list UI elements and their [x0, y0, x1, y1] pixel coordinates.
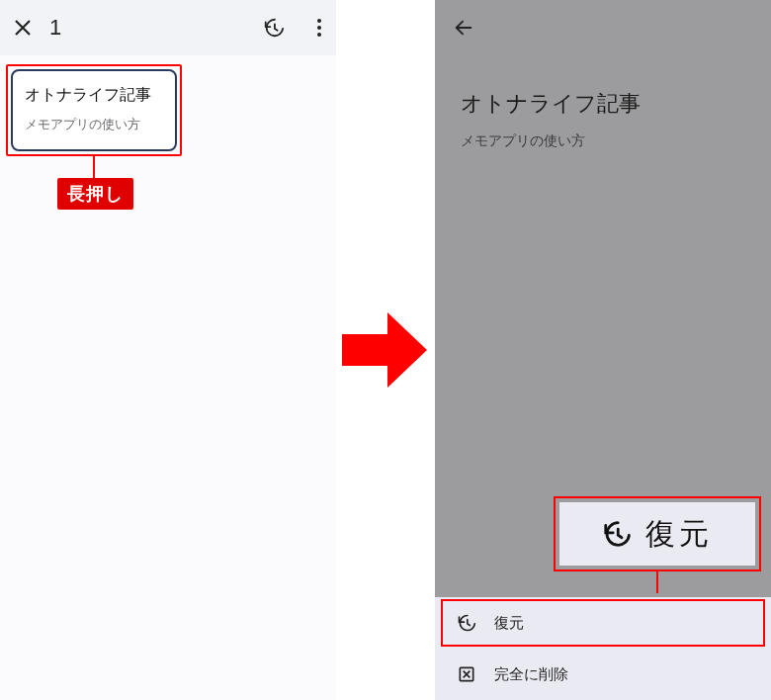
history-icon: [602, 519, 632, 549]
right-screen: オトナライフ記事 メモアプリの使い方 復元 復元 完全に削除: [435, 0, 771, 700]
note-card[interactable]: オトナライフ記事 メモアプリの使い方: [11, 69, 177, 151]
annotation-connector: [656, 571, 658, 593]
svg-point-2: [317, 33, 321, 37]
annotation-highlight-box: オトナライフ記事 メモアプリの使い方: [6, 64, 182, 156]
note-card-container: オトナライフ記事 メモアプリの使い方 長押し: [6, 64, 182, 210]
more-icon[interactable]: [316, 18, 322, 38]
note-body: メモアプリの使い方: [461, 132, 745, 150]
restore-callout-container: 復元: [554, 496, 761, 593]
svg-point-1: [317, 26, 321, 30]
note-card-body: メモアプリの使い方: [25, 116, 163, 133]
note-content: オトナライフ記事 メモアプリの使い方: [435, 55, 771, 150]
note-title: オトナライフ記事: [461, 89, 745, 119]
svg-point-0: [317, 19, 321, 23]
annotation-highlight-box: 復元: [554, 496, 761, 571]
selection-toolbar: 1: [0, 0, 336, 55]
svg-marker-3: [342, 312, 427, 388]
back-icon[interactable]: [453, 17, 474, 39]
menu-item-label: 復元: [494, 614, 524, 633]
delete-forever-icon: [457, 664, 476, 684]
bottom-sheet: 復元 完全に削除: [435, 597, 771, 700]
annotation-connector: [93, 156, 95, 178]
restore-callout-label: 復元: [645, 514, 713, 555]
note-card-title: オトナライフ記事: [25, 85, 163, 106]
menu-item-delete[interactable]: 完全に削除: [435, 649, 771, 700]
restore-callout: 復元: [559, 502, 755, 566]
history-icon[interactable]: [263, 17, 285, 39]
menu-item-label: 完全に削除: [494, 665, 568, 684]
selected-count: 1: [49, 15, 61, 41]
flow-arrow-icon: [342, 312, 427, 388]
menu-item-restore[interactable]: 復元: [435, 597, 771, 649]
close-icon[interactable]: [14, 19, 32, 37]
annotation-longpress-badge: 長押し: [57, 178, 133, 210]
history-icon: [457, 613, 476, 633]
note-toolbar: [435, 0, 771, 55]
left-screen: 1 オトナライフ記事 メモアプリの使い方 長押し: [0, 0, 336, 700]
